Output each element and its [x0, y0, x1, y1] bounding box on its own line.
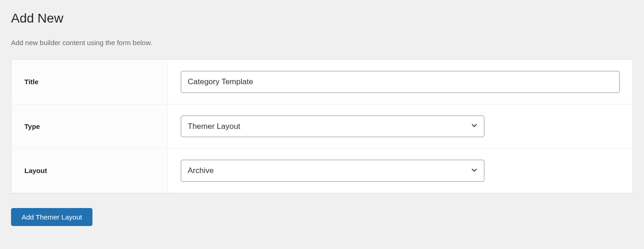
layout-select[interactable]: Archive	[181, 160, 484, 182]
page-title: Add New	[11, 11, 633, 26]
row-layout: Layout Archive	[12, 149, 633, 193]
title-input[interactable]	[181, 71, 620, 93]
row-title: Title	[12, 60, 633, 104]
row-type: Type Themer Layout	[12, 104, 633, 149]
form-table: Title Type Themer Layout Layout	[11, 59, 633, 193]
type-select[interactable]: Themer Layout	[181, 116, 484, 138]
label-title: Title	[12, 60, 168, 104]
page-description: Add new builder content using the form b…	[11, 39, 633, 46]
label-type: Type	[12, 104, 168, 149]
label-layout: Layout	[12, 149, 168, 193]
submit-row: Add Themer Layout	[11, 208, 633, 226]
add-themer-layout-button[interactable]: Add Themer Layout	[11, 208, 92, 226]
